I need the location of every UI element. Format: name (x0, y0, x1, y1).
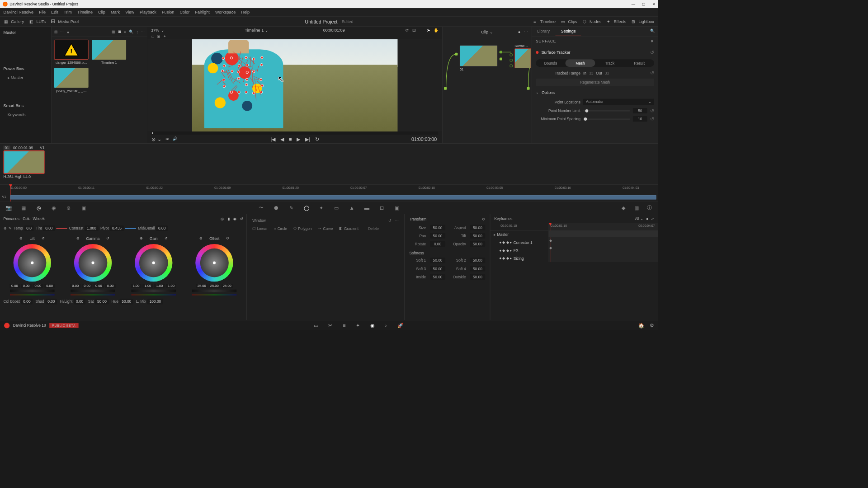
kf-all[interactable]: All ⌄ (635, 216, 643, 221)
curves-icon[interactable]: 〜 (258, 205, 264, 211)
tint-field[interactable]: 0.00 (43, 225, 55, 231)
timeline-name[interactable]: Timeline 1 ⌄ (245, 28, 269, 33)
wheel-value[interactable]: 0.00 (44, 284, 55, 288)
menu-fusion[interactable]: Fusion (162, 10, 174, 15)
color-wheel[interactable] (196, 244, 233, 282)
point-locations-select[interactable]: Automatic⌄ (583, 99, 654, 105)
menu-file[interactable]: File (39, 10, 46, 15)
gear-icon[interactable]: ⚙ (650, 323, 654, 328)
regenerate-mesh-button[interactable]: Regenerate Mesh (536, 79, 654, 86)
smartbins-keywords[interactable]: Keywords (4, 111, 48, 119)
wheel-value[interactable]: 0.00 (94, 284, 104, 288)
tracker-mesh[interactable] (222, 56, 269, 101)
wheels-icon[interactable]: ◎ (36, 205, 42, 211)
color-wheel[interactable] (135, 244, 172, 282)
menu-timeline[interactable]: Timeline (77, 10, 93, 15)
opacity-val[interactable]: 50.00 (470, 241, 485, 247)
bars-mode-icon[interactable]: ▮ (228, 216, 230, 221)
nodes-button[interactable]: ⬡Nodes (583, 19, 601, 24)
source-timecode[interactable]: 00:00:01:09 (323, 28, 345, 33)
first-frame-button[interactable]: |◀ (270, 136, 275, 142)
jog-wheel[interactable] (192, 290, 237, 292)
bypass-icon[interactable]: ⟳ (406, 28, 409, 33)
kf-sizing[interactable]: ● ◆ ◆ ▸ Sizing (490, 254, 548, 262)
tool-polygon[interactable]: ⬠Polygon (293, 226, 312, 231)
tool-circle[interactable]: ○Circle (274, 226, 287, 230)
nodes-scope[interactable]: Clip ⌄ (481, 29, 493, 34)
color-match-icon[interactable]: ▦ (21, 205, 27, 211)
pool-sort-icon[interactable]: ↕ (136, 30, 138, 34)
soft4-val[interactable]: 50.00 (470, 266, 485, 271)
motion-icon[interactable]: ▣ (81, 205, 87, 211)
media-thumb-1[interactable]: Timeline 1 (92, 40, 126, 65)
wheel-value[interactable]: 1.00 (166, 284, 176, 288)
menu-edit[interactable]: Edit (51, 10, 58, 15)
pool-view-list-icon[interactable]: ≡ (124, 30, 126, 34)
picker-icon[interactable]: ✎ (9, 226, 12, 230)
split-icon[interactable]: ⊡ (412, 28, 416, 33)
pool-options-icon[interactable]: ⋯ (60, 29, 64, 34)
pivot-field[interactable]: 0.435 (110, 225, 124, 231)
auto-balance-icon[interactable]: ⊕ (4, 226, 7, 230)
wheel-value[interactable]: 0.00 (105, 284, 116, 288)
luts-button[interactable]: ◧LUTs (29, 19, 46, 24)
pan-val[interactable]: 50.00 (430, 233, 445, 239)
play-button[interactable]: ▶ (297, 136, 300, 142)
viewer-scrubber[interactable] (151, 131, 438, 135)
warper-icon[interactable]: ⬢ (273, 205, 279, 211)
lightbox-button[interactable]: ⊞Lightbox (632, 19, 654, 24)
md-field[interactable]: 0.00 (156, 225, 167, 231)
media-thumb-0[interactable]: ! danger-1294866.p… (54, 40, 89, 65)
wheel-reset-icon[interactable]: ↺ (106, 236, 109, 240)
page-color[interactable]: ◉ (370, 323, 374, 328)
prev-frame-button[interactable]: ◀ (280, 136, 284, 142)
pool-filter-icon[interactable]: ⋯ (141, 29, 145, 34)
info-icon[interactable]: ⓘ (646, 205, 653, 211)
tab-settings[interactable]: Settings (555, 27, 581, 36)
sidebar-powerbins[interactable]: Power Bins (4, 65, 48, 74)
hilight-field[interactable]: 0.00 (74, 299, 85, 304)
page-cut[interactable]: ✂ (328, 323, 332, 328)
tool-curve[interactable]: 〜Curve (318, 226, 333, 231)
page-media[interactable]: ▭ (314, 323, 318, 328)
close-icon[interactable]: ✕ (651, 39, 654, 43)
kf-corrector[interactable]: ● ◆ ◆ ▸ Corrector 1 (490, 239, 548, 246)
point-limit-slider[interactable] (583, 110, 630, 111)
audio-icon[interactable]: 🔊 (173, 137, 178, 141)
kf-master[interactable]: ▸ Master (490, 230, 548, 238)
hand-icon[interactable]: ✋ (434, 28, 439, 33)
jog-wheel[interactable] (132, 290, 176, 292)
kf-dot[interactable]: ● (646, 216, 648, 221)
stop-button[interactable]: ■ (289, 136, 292, 142)
soft3-val[interactable]: 50.00 (430, 266, 445, 271)
wheel-reset-icon[interactable]: ↺ (165, 236, 168, 240)
tool-gradient[interactable]: ◧Gradient (339, 226, 359, 231)
bsl-icon[interactable]: ▲ (349, 205, 355, 211)
log-mode-icon[interactable]: ◉ (233, 216, 237, 221)
menu-mark[interactable]: Mark (111, 10, 120, 15)
pool-dot-icon[interactable]: ● (67, 30, 69, 34)
seg-track[interactable]: Track (595, 59, 624, 67)
min-spacing-slider[interactable] (583, 118, 630, 119)
wheel-value[interactable]: 25.00 (209, 284, 220, 288)
node-more[interactable]: ⋯ (524, 29, 528, 34)
gallery-button[interactable]: ▦Gallery (4, 19, 24, 24)
reset-ms-icon[interactable]: ↺ (650, 116, 654, 122)
timeline[interactable]: V1 01:00:00:0001:00:00:1101:00:00:2201:0… (0, 184, 658, 202)
window-reset-icon[interactable]: ↺ (388, 218, 392, 223)
wheel-value[interactable]: 1.00 (131, 284, 142, 288)
menu-view[interactable]: View (125, 10, 134, 15)
tab-library[interactable]: Library (532, 27, 555, 36)
seg-bounds[interactable]: Bounds (536, 59, 565, 67)
kf-fx[interactable]: ● ◆ ◆ ▸ FX (490, 246, 548, 254)
video-preview[interactable]: ↖ (192, 39, 398, 131)
color-wheel[interactable] (13, 244, 51, 282)
wheel-value[interactable]: 0.00 (70, 284, 80, 288)
page-fusion[interactable]: ✦ (356, 323, 360, 328)
tilt-val[interactable]: 50.00 (470, 233, 485, 239)
tool-linear[interactable]: ▢Linear (252, 226, 268, 231)
menu-trim[interactable]: Trim (64, 10, 72, 15)
wheel-value[interactable]: 25.00 (222, 284, 233, 288)
menu-clip[interactable]: Clip (98, 10, 105, 15)
wheel-value[interactable]: 1.00 (143, 284, 153, 288)
